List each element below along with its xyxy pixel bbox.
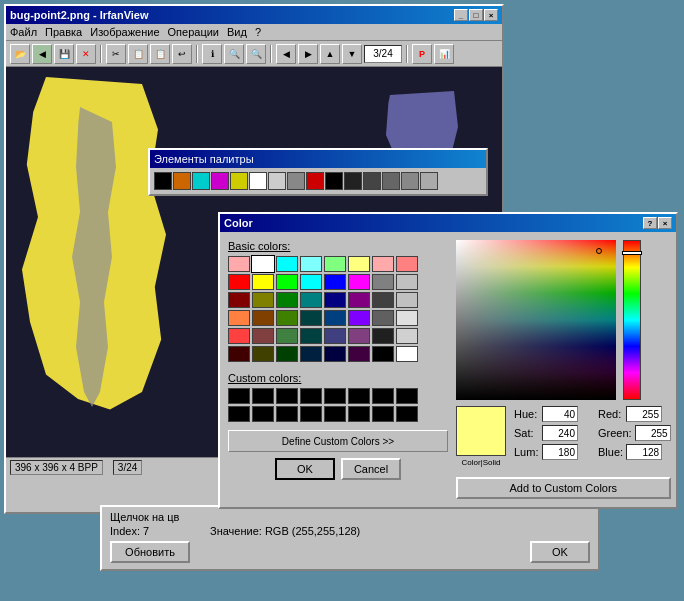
basic-color-24[interactable] (228, 310, 250, 326)
menu-help[interactable]: ? (255, 26, 261, 38)
basic-color-7[interactable] (396, 256, 418, 272)
color-close-button[interactable]: × (658, 217, 672, 229)
color-spectrum[interactable] (456, 240, 616, 400)
toolbar-delete[interactable]: ✕ (76, 44, 96, 64)
basic-color-25[interactable] (252, 310, 274, 326)
custom-color-14[interactable] (372, 406, 394, 422)
hue-slider[interactable] (623, 240, 641, 400)
basic-color-46[interactable] (372, 346, 394, 362)
basic-color-4[interactable] (324, 256, 346, 272)
menu-ops[interactable]: Операции (168, 26, 219, 38)
close-button[interactable]: × (484, 9, 498, 21)
basic-color-44[interactable] (324, 346, 346, 362)
basic-color-15[interactable] (396, 274, 418, 290)
basic-color-31[interactable] (396, 310, 418, 326)
basic-color-6[interactable] (372, 256, 394, 272)
nav-input[interactable]: 3/24 (364, 45, 402, 63)
custom-color-5[interactable] (348, 388, 370, 404)
basic-color-2[interactable] (276, 256, 298, 272)
palette-cell[interactable] (192, 172, 210, 190)
basic-color-9[interactable] (252, 274, 274, 290)
basic-color-30[interactable] (372, 310, 394, 326)
custom-color-7[interactable] (396, 388, 418, 404)
menu-view[interactable]: Вид (227, 26, 247, 38)
basic-color-17[interactable] (252, 292, 274, 308)
basic-color-34[interactable] (276, 328, 298, 344)
basic-color-5[interactable] (348, 256, 370, 272)
toolbar-copy[interactable]: 📋 (128, 44, 148, 64)
custom-color-3[interactable] (300, 388, 322, 404)
palette-cell[interactable] (173, 172, 191, 190)
basic-color-47[interactable] (396, 346, 418, 362)
custom-color-1[interactable] (252, 388, 274, 404)
palette-cell[interactable] (268, 172, 286, 190)
basic-color-42[interactable] (276, 346, 298, 362)
minimize-button[interactable]: _ (454, 9, 468, 21)
menu-image[interactable]: Изображение (90, 26, 159, 38)
palette-cell[interactable] (344, 172, 362, 190)
basic-color-29[interactable] (348, 310, 370, 326)
basic-color-26[interactable] (276, 310, 298, 326)
basic-color-27[interactable] (300, 310, 322, 326)
palette-cell[interactable] (382, 172, 400, 190)
basic-color-12[interactable] (324, 274, 346, 290)
menu-file[interactable]: Файл (10, 26, 37, 38)
toolbar-zoom-out[interactable]: 🔍 (246, 44, 266, 64)
basic-color-32[interactable] (228, 328, 250, 344)
menu-edit[interactable]: Правка (45, 26, 82, 38)
palette-cell[interactable] (401, 172, 419, 190)
custom-color-9[interactable] (252, 406, 274, 422)
custom-color-0[interactable] (228, 388, 250, 404)
basic-color-28[interactable] (324, 310, 346, 326)
custom-color-11[interactable] (300, 406, 322, 422)
red-input[interactable] (626, 406, 662, 422)
custom-color-15[interactable] (396, 406, 418, 422)
toolbar-red-p[interactable]: P (412, 44, 432, 64)
custom-color-2[interactable] (276, 388, 298, 404)
basic-color-13[interactable] (348, 274, 370, 290)
palette-cell[interactable] (363, 172, 381, 190)
ok-button[interactable]: OK (275, 458, 335, 480)
basic-color-33[interactable] (252, 328, 274, 344)
basic-color-22[interactable] (372, 292, 394, 308)
palette-cell[interactable] (420, 172, 438, 190)
custom-color-4[interactable] (324, 388, 346, 404)
toolbar-cut[interactable]: ✂ (106, 44, 126, 64)
hue-input[interactable] (542, 406, 578, 422)
basic-color-45[interactable] (348, 346, 370, 362)
custom-color-12[interactable] (324, 406, 346, 422)
basic-color-3[interactable] (300, 256, 322, 272)
basic-color-0[interactable] (228, 256, 250, 272)
basic-color-8[interactable] (228, 274, 250, 290)
toolbar-save[interactable]: 💾 (54, 44, 74, 64)
lum-input[interactable] (542, 444, 578, 460)
basic-color-10[interactable] (276, 274, 298, 290)
basic-color-35[interactable] (300, 328, 322, 344)
define-custom-colors-button[interactable]: Define Custom Colors >> (228, 430, 448, 452)
palette-cell[interactable] (154, 172, 172, 190)
basic-color-16[interactable] (228, 292, 250, 308)
basic-color-14[interactable] (372, 274, 394, 290)
basic-color-18[interactable] (276, 292, 298, 308)
basic-color-21[interactable] (348, 292, 370, 308)
cancel-button[interactable]: Cancel (341, 458, 401, 480)
palette-cell[interactable] (211, 172, 229, 190)
bottom-ok-button[interactable]: OK (530, 541, 590, 563)
palette-cell[interactable] (306, 172, 324, 190)
basic-color-11[interactable] (300, 274, 322, 290)
basic-color-20[interactable] (324, 292, 346, 308)
basic-color-41[interactable] (252, 346, 274, 362)
palette-cell[interactable] (249, 172, 267, 190)
palette-cell[interactable] (287, 172, 305, 190)
custom-color-13[interactable] (348, 406, 370, 422)
basic-color-36[interactable] (324, 328, 346, 344)
toolbar-zoom-in[interactable]: 🔍 (224, 44, 244, 64)
palette-cell[interactable] (230, 172, 248, 190)
toolbar-prev[interactable]: ◀ (32, 44, 52, 64)
toolbar-up[interactable]: ▲ (320, 44, 340, 64)
custom-color-10[interactable] (276, 406, 298, 422)
sat-input[interactable] (542, 425, 578, 441)
toolbar-back[interactable]: ◀ (276, 44, 296, 64)
refresh-button[interactable]: Обновить (110, 541, 190, 563)
custom-color-6[interactable] (372, 388, 394, 404)
